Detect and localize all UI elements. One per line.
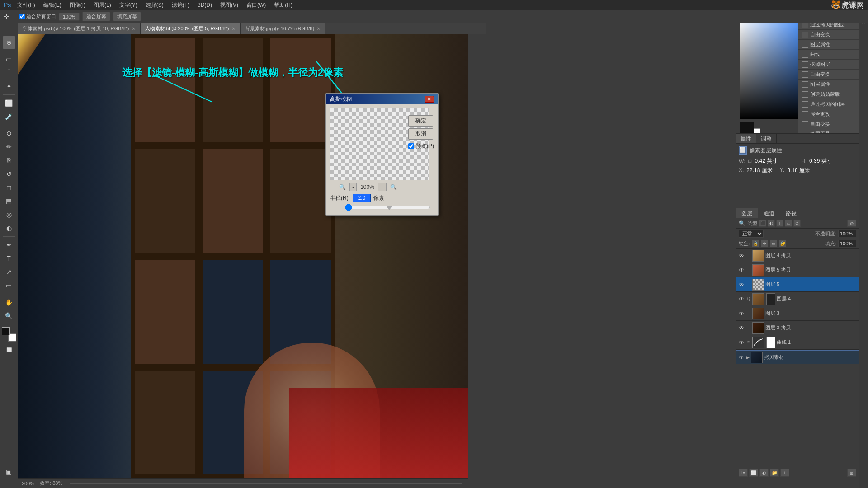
- layer-item-curves[interactable]: 👁 ⛓ 曲线 1: [736, 335, 859, 350]
- filter-adjust-icon[interactable]: ◐: [768, 220, 775, 227]
- history-item-2[interactable]: 图层属性: [798, 40, 859, 50]
- menu-edit[interactable]: 编辑(E): [40, 0, 65, 10]
- healing-tool[interactable]: ⊙: [3, 127, 15, 140]
- layer-item-4copy[interactable]: 👁 图层 4 拷贝: [736, 249, 859, 263]
- layers-mode-select[interactable]: 正常 正常溶解变暗正片叠底: [739, 230, 764, 238]
- clone-tool[interactable]: ⎘: [3, 154, 15, 167]
- layer-item-4[interactable]: 👁 ⛓ 图层 4: [736, 292, 859, 306]
- lock-all-btn[interactable]: 🔐: [779, 240, 786, 247]
- layers-filter-toggle[interactable]: ⊘: [847, 220, 856, 227]
- lock-art-btn[interactable]: ▭: [770, 240, 777, 247]
- zoom-100-btn[interactable]: 100%: [59, 13, 80, 21]
- fg-color-swatch[interactable]: [2, 327, 10, 335]
- menu-text[interactable]: 文字(Y): [116, 0, 141, 10]
- layers-tab-layers[interactable]: 图层: [736, 208, 758, 218]
- lasso-tool[interactable]: ⌒: [3, 66, 15, 79]
- zoom-in-btn[interactable]: +: [378, 183, 387, 191]
- type-tool[interactable]: T: [3, 252, 15, 265]
- brush-tool[interactable]: ✏: [3, 141, 15, 153]
- filter-shape-icon[interactable]: ▭: [785, 220, 792, 227]
- move-tool[interactable]: ⊕: [3, 36, 15, 49]
- menu-filter[interactable]: 滤镜(T): [168, 0, 193, 10]
- layer-item-3[interactable]: 👁 图层 3: [736, 306, 859, 321]
- history-item-4[interactable]: 抠掉图层: [798, 60, 859, 70]
- history-item-7[interactable]: 创建贴贴蒙版: [798, 89, 859, 99]
- layer-3copy-eye[interactable]: 👁: [738, 325, 745, 331]
- menu-image[interactable]: 图像(I): [66, 0, 89, 10]
- properties-tab-adjust[interactable]: 调整: [756, 134, 777, 143]
- history-item-9[interactable]: 混合更改: [798, 109, 859, 119]
- radius-input[interactable]: [353, 194, 371, 202]
- tab-2[interactable]: 背景素材.jpg @ 16.7% (RGB/8) ✕: [241, 23, 326, 34]
- screen-mode-tool[interactable]: ▣: [3, 465, 15, 478]
- opacity-input[interactable]: [838, 230, 856, 237]
- menu-select[interactable]: 选择(S): [142, 0, 167, 10]
- dodge-tool[interactable]: ◐: [3, 222, 15, 235]
- menu-file[interactable]: 文件(F): [14, 0, 38, 10]
- preview-checkbox[interactable]: [408, 143, 414, 149]
- filter-smart-icon[interactable]: ⊙: [793, 220, 801, 227]
- zoom-out-btn[interactable]: -: [349, 183, 357, 191]
- zoom-tool[interactable]: 🔍: [3, 310, 15, 322]
- delete-layer-btn[interactable]: 🗑: [847, 469, 856, 477]
- layers-tab-paths[interactable]: 路径: [780, 208, 802, 218]
- dialog-confirm-btn[interactable]: 确定: [408, 115, 433, 127]
- lock-pos-btn[interactable]: ✛: [761, 240, 768, 247]
- dialog-cancel-btn[interactable]: 取消: [408, 128, 433, 140]
- tab-1[interactable]: 人物素材.tif @ 200% (图层 5, RGB/8*) ✕: [141, 23, 241, 34]
- layers-tab-channels[interactable]: 通道: [758, 208, 780, 218]
- fill-screen-btn[interactable]: 填充屏幕: [113, 12, 141, 21]
- history-item-5[interactable]: 自由变换: [798, 70, 859, 80]
- crop-tool[interactable]: ⬜: [3, 97, 15, 109]
- hand-tool[interactable]: ✋: [3, 296, 15, 309]
- layer-4-eye[interactable]: 👁: [738, 296, 745, 302]
- path-tool[interactable]: ↗: [3, 266, 15, 278]
- gradient-tool[interactable]: ▤: [3, 195, 15, 207]
- shape-tool[interactable]: ▭: [3, 279, 15, 292]
- fit-screen-btn[interactable]: 适合屏幕: [82, 12, 110, 21]
- layer-5-eye[interactable]: 👁: [738, 282, 745, 288]
- add-adjustment-btn[interactable]: ◐: [760, 469, 769, 477]
- lock-pixel-btn[interactable]: 🔒: [752, 240, 759, 247]
- history-item-8[interactable]: 通过拷贝的图层: [798, 99, 859, 109]
- fill-input[interactable]: [838, 240, 856, 247]
- layer-item-3copy[interactable]: 👁 图层 3 拷贝: [736, 321, 859, 335]
- layer-item-5copy[interactable]: 👁 图层 5 拷贝: [736, 263, 859, 277]
- layer-4copy-eye[interactable]: 👁: [738, 253, 745, 259]
- tab-0[interactable]: 字体素材.psd @ 100% (图层 1 拷贝 10, RGB/8*) ✕: [18, 23, 141, 34]
- quick-mask-tool[interactable]: ⬜: [3, 343, 15, 356]
- tab-2-close[interactable]: ✕: [317, 26, 321, 31]
- tab-1-close[interactable]: ✕: [232, 26, 236, 31]
- history-item-3[interactable]: 曲线: [798, 50, 859, 60]
- add-layer-btn[interactable]: +: [780, 469, 789, 477]
- history-brush-tool[interactable]: ↺: [3, 168, 15, 180]
- history-item-10[interactable]: 自由变换: [798, 119, 859, 129]
- menu-layer[interactable]: 图层(L): [90, 0, 115, 10]
- eraser-tool[interactable]: ◻: [3, 181, 15, 194]
- layer-5copy-eye[interactable]: 👁: [738, 267, 745, 273]
- layer-group-bottom[interactable]: 👁 ▶ 拷贝素材: [736, 350, 859, 364]
- add-fx-btn[interactable]: fx: [739, 469, 748, 477]
- magic-wand-tool[interactable]: ✦: [3, 80, 15, 93]
- menu-view[interactable]: 视图(V): [217, 0, 242, 10]
- filter-type-icon[interactable]: T: [776, 220, 783, 227]
- layer-item-5[interactable]: 👁 图层 5: [736, 277, 859, 292]
- eyedropper-tool[interactable]: 💉: [3, 110, 15, 123]
- menu-help[interactable]: 帮助(H): [270, 0, 296, 10]
- tab-0-close[interactable]: ✕: [132, 26, 136, 31]
- group-eye[interactable]: 👁: [738, 354, 745, 361]
- dialog-close-btn[interactable]: ✕: [425, 96, 434, 103]
- blur-tool[interactable]: ◎: [3, 208, 15, 221]
- menu-3d[interactable]: 3D(D): [194, 1, 216, 9]
- layer-3-eye[interactable]: 👁: [738, 310, 745, 317]
- add-mask-btn[interactable]: ⬜: [749, 469, 758, 477]
- history-item-6[interactable]: 图层属性: [798, 80, 859, 89]
- menu-window[interactable]: 窗口(W): [243, 0, 269, 10]
- marquee-tool[interactable]: ▭: [3, 53, 15, 66]
- pen-tool[interactable]: ✒: [3, 239, 15, 251]
- properties-tab-attr[interactable]: 属性: [736, 134, 756, 143]
- layer-curves-eye[interactable]: 👁: [738, 339, 745, 346]
- add-group-btn[interactable]: 📁: [770, 469, 779, 477]
- history-item-1[interactable]: 自由变换: [798, 30, 859, 40]
- filter-pixel-icon[interactable]: ⬛: [759, 220, 766, 227]
